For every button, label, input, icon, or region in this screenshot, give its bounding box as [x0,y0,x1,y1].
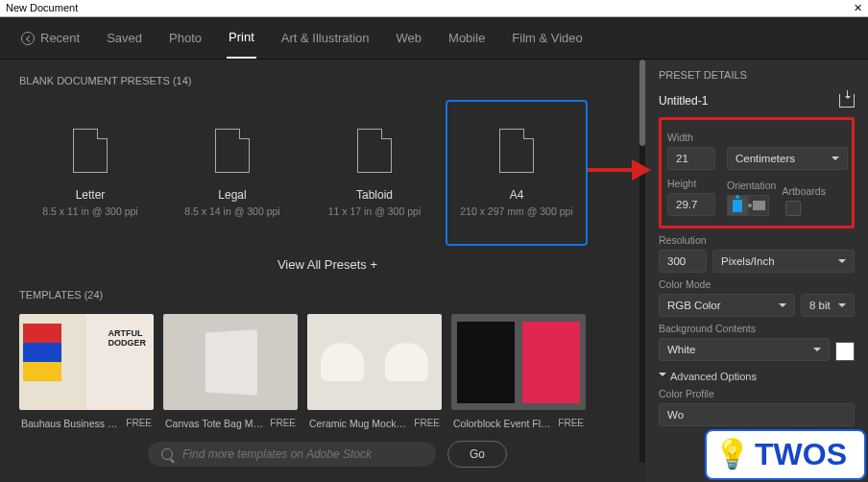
color-mode-label: Color Mode [659,278,855,290]
orientation-portrait-button[interactable] [727,195,748,216]
bg-color-swatch[interactable] [835,342,855,361]
template-info: Colorblock Event Fly…FREE [451,414,586,433]
preset-a4[interactable]: A4 210 x 297 mm @ 300 ppi [446,100,588,246]
preset-name: Legal [218,188,246,202]
preset-dim: 11 x 17 in @ 300 ppi [328,205,421,217]
preset-legal[interactable]: Legal 8.5 x 14 in @ 300 ppi [161,100,303,246]
tab-art-illustration[interactable]: Art & Illustration [279,18,372,58]
preset-name: Letter [76,188,106,202]
close-icon[interactable]: ✕ [854,2,862,14]
dimensions-highlight: Width Centimeters Height Orient [659,117,855,229]
clock-icon [21,32,35,45]
tab-mobile[interactable]: Mobile [446,18,487,58]
chevron-down-icon [838,259,846,267]
tab-label: Photo [169,31,202,45]
resolution-label: Resolution [659,234,855,246]
width-label: Width [667,132,721,143]
artboards-checkbox[interactable] [785,201,801,216]
artboards-label: Artboards [782,185,826,197]
details-heading: PRESET DETAILS [659,69,855,81]
orientation-label: Orientation [727,180,776,191]
units-dropdown[interactable]: Centimeters [727,147,848,170]
tab-label: Print [229,30,254,44]
tab-photo[interactable]: Photo [167,18,204,58]
tab-label: Film & Video [512,31,582,45]
page-icon [499,129,534,173]
chevron-down-icon [659,373,666,380]
bg-contents-label: Background Contents [659,323,855,334]
search-icon [161,448,173,460]
tab-print[interactable]: Print [227,17,256,59]
bit-depth-dropdown[interactable]: 8 bit [801,294,855,317]
preset-name: Tabloid [356,188,393,202]
color-mode-dropdown[interactable]: RGB Color [659,294,795,317]
window-title: New Document [6,2,78,14]
category-tabs: Recent Saved Photo Print Art & Illustrat… [0,17,868,60]
color-profile-dropdown[interactable]: Wo [659,403,855,426]
preset-dim: 8.5 x 11 in @ 300 ppi [42,205,137,217]
height-label: Height [667,178,721,189]
template-card[interactable] [19,314,154,410]
preset-dim: 210 x 297 mm @ 300 ppi [460,205,572,217]
view-all-presets-button[interactable]: View All Presets + [19,257,636,272]
preset-grid: Letter 8.5 x 11 in @ 300 ppi Legal 8.5 x… [19,100,636,246]
go-button[interactable]: Go [447,441,507,468]
width-input[interactable] [667,147,715,170]
units-value: Centimeters [735,153,795,164]
tab-web[interactable]: Web [395,18,424,58]
preset-name: A4 [510,188,524,202]
resolution-units-dropdown[interactable]: Pixels/Inch [712,250,855,273]
page-icon [357,129,392,173]
tab-label: Recent [40,31,80,45]
tab-label: Web [397,31,422,45]
template-info: Canvas Tote Bag Mo…FREE [163,414,298,433]
tab-label: Art & Illustration [281,31,370,45]
preset-details-panel: PRESET DETAILS Untitled-1 Width Centimet… [645,60,868,482]
preset-letter[interactable]: Letter 8.5 x 11 in @ 300 ppi [19,100,161,246]
tab-label: Saved [107,31,142,45]
document-name[interactable]: Untitled-1 [659,94,708,108]
stock-search-input[interactable] [182,447,422,461]
preset-dim: 8.5 x 14 in @ 300 ppi [184,205,279,217]
template-info: Ceramic Mug Mockup…FREE [307,414,442,433]
template-card[interactable] [163,314,298,410]
height-input[interactable] [667,193,715,216]
tab-film-video[interactable]: Film & Video [510,18,584,58]
watermark-text: TWOS [755,437,847,471]
save-preset-icon[interactable] [839,94,855,108]
preset-tabloid[interactable]: Tabloid 11 x 17 in @ 300 ppi [303,100,446,246]
page-icon [215,129,250,173]
titlebar: New Document ✕ [0,0,868,17]
tab-label: Mobile [448,31,485,45]
watermark-overlay: TWOS [705,429,866,480]
tab-saved[interactable]: Saved [105,18,144,58]
templates-heading: TEMPLATES (24) [19,289,636,301]
color-profile-label: Color Profile [659,388,855,399]
tab-recent[interactable]: Recent [19,18,82,58]
template-info: Bauhaus Business Ca…FREE [19,414,154,433]
presets-heading: BLANK DOCUMENT PRESETS (14) [19,75,636,86]
bg-contents-dropdown[interactable]: White [659,338,830,361]
template-card[interactable] [451,314,586,410]
stock-search-box[interactable] [148,442,436,467]
template-card[interactable] [307,314,442,410]
chevron-down-icon [838,303,846,311]
chevron-down-icon [832,157,839,164]
chevron-down-icon [813,348,821,355]
chevron-down-icon [779,303,786,311]
page-icon [73,129,108,173]
orientation-landscape-button[interactable] [748,195,769,216]
presets-panel: BLANK DOCUMENT PRESETS (14) Letter 8.5 x… [0,60,645,482]
advanced-options-toggle[interactable]: Advanced Options [659,371,855,382]
resolution-input[interactable] [659,250,707,273]
